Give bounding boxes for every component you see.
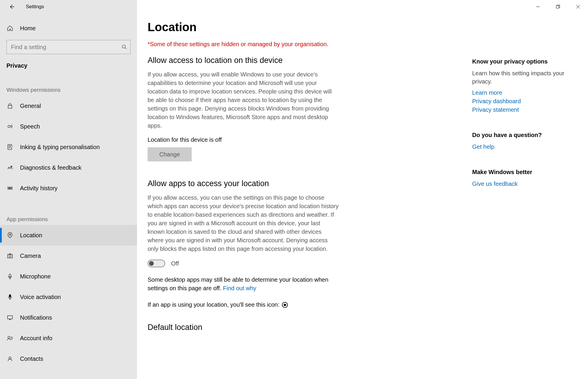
- nav-inking[interactable]: Inking & typing personalisation: [0, 137, 137, 157]
- svg-point-0: [122, 45, 126, 48]
- titlebar: Settings: [0, 0, 137, 14]
- page-title: Location: [148, 21, 455, 34]
- nav-general-label: General: [20, 103, 41, 109]
- nav-location[interactable]: Location: [0, 225, 137, 246]
- sidebar: Settings Home Privacy Windows permission…: [0, 0, 137, 379]
- nav-activity-history[interactable]: Activity history: [0, 178, 137, 198]
- nav-camera-label: Camera: [20, 253, 41, 259]
- nav-home-label: Home: [20, 25, 36, 32]
- apps-location-toggle-row: Off: [148, 260, 455, 267]
- nav-speech-label: Speech: [20, 123, 40, 130]
- account-icon: [6, 335, 14, 342]
- svg-rect-13: [9, 188, 10, 189]
- policy-notice: *Some of these settings are hidden or ma…: [148, 41, 455, 48]
- toggle-state-label: Off: [171, 260, 179, 267]
- inking-icon: [6, 143, 14, 151]
- window-controls: [528, 0, 588, 14]
- aside-feedback: Make Windows better Give us feedback: [472, 169, 564, 188]
- svg-rect-11: [9, 187, 10, 188]
- nav-notifications-label: Notifications: [20, 314, 52, 321]
- nav-contacts[interactable]: Contacts: [0, 348, 137, 369]
- back-button[interactable]: [7, 2, 16, 11]
- toggle-knob: [149, 261, 154, 266]
- device-location-status: Location for this device is off: [148, 136, 455, 143]
- find-out-why-link[interactable]: Find out why: [223, 285, 256, 291]
- svg-point-25: [9, 357, 11, 359]
- maximize-button[interactable]: [548, 0, 568, 14]
- svg-rect-18: [9, 274, 11, 277]
- nav-diagnostics[interactable]: Diagnostics & feedback: [0, 157, 137, 178]
- nav-home[interactable]: Home: [0, 19, 137, 37]
- speech-icon: [6, 123, 14, 130]
- aside-heading-2: Do you have a question?: [472, 132, 564, 138]
- svg-rect-27: [556, 6, 559, 8]
- nav-camera[interactable]: Camera: [0, 246, 137, 266]
- svg-point-15: [9, 234, 11, 236]
- aside-text-1: Learn how this setting impacts your priv…: [472, 69, 564, 86]
- nav-inking-label: Inking & typing personalisation: [20, 144, 100, 151]
- apps-location-toggle[interactable]: [148, 260, 165, 267]
- notifications-icon: [6, 314, 14, 321]
- nav-account-info[interactable]: Account info: [0, 328, 137, 348]
- nav-general[interactable]: General: [0, 96, 137, 116]
- group-label-windows-permissions: Windows permissions: [0, 87, 137, 93]
- get-help-link[interactable]: Get help: [472, 143, 564, 151]
- svg-point-3: [8, 125, 10, 127]
- maximize-icon: [556, 5, 560, 9]
- nav-microphone-label: Microphone: [20, 273, 51, 280]
- location-in-use-icon: [282, 302, 288, 308]
- search-icon: [118, 44, 130, 50]
- nav-diagnostics-label: Diagnostics & feedback: [20, 164, 81, 171]
- nav-voice-label: Voice activation: [20, 294, 61, 300]
- svg-rect-19: [9, 295, 11, 297]
- svg-point-21: [8, 336, 10, 338]
- svg-point-17: [9, 255, 11, 257]
- give-feedback-link[interactable]: Give us feedback: [472, 180, 564, 188]
- minimize-button[interactable]: [528, 0, 548, 14]
- home-icon: [6, 25, 14, 32]
- aside-heading-3: Make Windows better: [472, 169, 564, 176]
- main-column: Location *Some of these settings are hid…: [137, 14, 466, 379]
- search-box[interactable]: [6, 40, 131, 54]
- nav-speech[interactable]: Speech: [0, 116, 137, 137]
- microphone-icon: [6, 273, 14, 280]
- nav-microphone[interactable]: Microphone: [0, 266, 137, 287]
- search-input[interactable]: [7, 44, 118, 51]
- aside-column: Know your privacy options Learn how this…: [466, 14, 588, 379]
- aside-privacy-options: Know your privacy options Learn how this…: [472, 58, 564, 114]
- section3-heading: Default location: [148, 323, 455, 332]
- nav-activity-label: Activity history: [20, 185, 58, 192]
- search-wrap: [0, 40, 137, 54]
- contacts-icon: [6, 355, 14, 362]
- activity-icon: [6, 185, 14, 192]
- change-button[interactable]: Change: [148, 147, 192, 161]
- privacy-dashboard-link[interactable]: Privacy dashboard: [472, 97, 564, 106]
- nav-location-label: Location: [20, 232, 42, 239]
- camera-icon: [6, 252, 14, 259]
- lock-icon: [6, 102, 14, 109]
- svg-rect-12: [10, 187, 11, 188]
- desktop-apps-note: Some desktop apps may still be able to d…: [148, 276, 339, 293]
- section2-body: If you allow access, you can use the set…: [148, 193, 339, 253]
- nav-contacts-label: Contacts: [20, 355, 43, 362]
- minimize-icon: [536, 5, 540, 9]
- section1-heading: Allow access to location on this device: [148, 56, 455, 65]
- section-title: Privacy: [0, 62, 137, 69]
- learn-more-link[interactable]: Learn more: [472, 89, 564, 97]
- svg-rect-2: [8, 105, 12, 108]
- group-label-app-permissions: App permissions: [0, 216, 137, 223]
- section1-body: If you allow access, you will enable Win…: [148, 70, 339, 130]
- nav-voice-activation[interactable]: Voice activation: [0, 287, 137, 307]
- svg-rect-14: [10, 188, 11, 189]
- nav-notifications[interactable]: Notifications: [0, 307, 137, 328]
- location-icon: [6, 232, 14, 239]
- svg-line-1: [125, 48, 127, 49]
- aside-heading-1: Know your privacy options: [472, 58, 564, 65]
- close-button[interactable]: [568, 0, 588, 14]
- close-icon: [576, 5, 580, 9]
- back-arrow-icon: [9, 4, 15, 10]
- aside-question: Do you have a question? Get help: [472, 132, 564, 151]
- app-title: Settings: [26, 4, 44, 10]
- diagnostics-icon: [6, 164, 14, 171]
- privacy-statement-link[interactable]: Privacy statement: [472, 106, 564, 114]
